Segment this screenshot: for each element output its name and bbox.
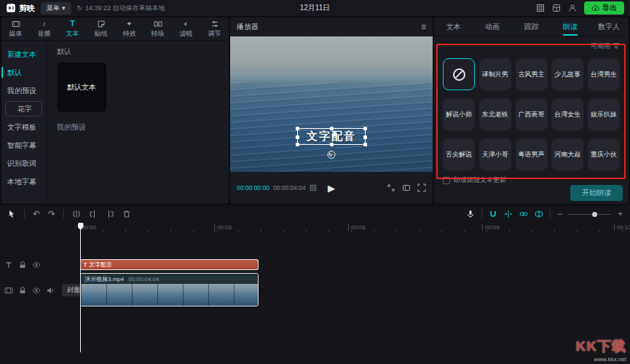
ruler-label: 00:06: [348, 224, 366, 231]
tab-text[interactable]: T文本: [58, 17, 87, 40]
trim-right-icon[interactable]: [106, 210, 114, 218]
voice-tile-none[interactable]: [443, 58, 475, 90]
slider-knob[interactable]: [592, 212, 597, 217]
sidebar-item-smart-captions[interactable]: 智能字幕: [1, 136, 46, 154]
selection-handle[interactable]: [296, 135, 299, 139]
sidebar-item-new-text[interactable]: 新建文本: [1, 45, 46, 63]
tab-filter[interactable]: ◐滤镜: [172, 17, 200, 40]
rotate-handle-icon[interactable]: ↻: [328, 151, 336, 159]
eye-icon[interactable]: [32, 261, 41, 269]
fit-icon[interactable]: [387, 183, 395, 192]
delete-icon[interactable]: [122, 210, 131, 218]
user-icon[interactable]: [568, 4, 577, 12]
player-menu-icon[interactable]: ≡: [421, 22, 426, 32]
tab-digital-human[interactable]: 数字人: [590, 17, 629, 36]
tab-tracking[interactable]: 跟踪: [512, 17, 551, 36]
tab-effects[interactable]: ✦特效: [115, 17, 143, 40]
menu-button[interactable]: 菜单 ▾: [41, 2, 71, 15]
fullscreen-icon[interactable]: [417, 183, 426, 192]
zoom-out-icon[interactable]: −: [557, 210, 562, 218]
video-clip-label: 演示视频3.mp4 00:00:04:04: [81, 274, 258, 284]
voice-tile[interactable]: 古风男主: [516, 58, 548, 90]
tab-adjust[interactable]: 调节: [200, 17, 229, 40]
export-button[interactable]: 导出: [584, 1, 624, 15]
voice-tile[interactable]: 天津小哥: [479, 138, 511, 170]
sidebar-item-text-templates[interactable]: 文字模板: [1, 118, 46, 136]
autosave-icon: ↻: [77, 4, 83, 12]
follow-text-row: 朗读跟随文本更新: [443, 175, 506, 185]
tab-audio[interactable]: ♪音频: [30, 17, 58, 40]
voice-tile[interactable]: 解说小帅: [443, 98, 475, 130]
video-clip[interactable]: 演示视频3.mp4 00:00:04:04: [80, 273, 259, 306]
voice-tile[interactable]: 东北老铁: [479, 98, 511, 130]
voice-tile[interactable]: 舌尖解说: [443, 138, 475, 170]
timeline-toolbar-right: − +: [466, 210, 623, 218]
zoom-in-icon[interactable]: +: [618, 210, 623, 218]
sidebar-item-default[interactable]: 默认: [1, 63, 46, 82]
start-reading-button[interactable]: 开始朗读: [570, 185, 623, 201]
ruler-label: 00:00: [82, 224, 96, 231]
sidebar-item-local-subtitles[interactable]: 本地字幕: [1, 173, 46, 191]
playhead[interactable]: [80, 223, 81, 352]
voice-tile[interactable]: 译制片男: [479, 58, 511, 90]
linkage-icon[interactable]: [519, 210, 528, 218]
time-ruler[interactable]: 00:00 00:03 00:06 00:09 00:12: [0, 223, 630, 234]
text-track-header: [4, 261, 41, 269]
split-icon[interactable]: [72, 210, 81, 218]
voice-name: 古风男主: [519, 70, 545, 79]
capcut-logo-icon: [6, 3, 16, 13]
tab-media[interactable]: 媒体: [1, 17, 30, 40]
video-preview[interactable]: 文字配音 ↻: [230, 36, 433, 172]
timeline-zoom-slider[interactable]: [569, 210, 611, 218]
voice-tile[interactable]: 广西表哥: [516, 98, 548, 130]
grid-layout-icon[interactable]: [536, 4, 545, 12]
play-button[interactable]: ▶: [328, 183, 335, 194]
text-overlay-selection[interactable]: 文字配音 ↻: [297, 128, 366, 145]
selection-handle[interactable]: [363, 127, 367, 130]
voice-tile[interactable]: 河南大叔: [551, 138, 583, 170]
sidebar-item-my-presets[interactable]: 我的预设: [1, 82, 46, 100]
tab-read-aloud[interactable]: 朗读: [551, 17, 589, 36]
auto-snap-icon[interactable]: [504, 210, 513, 218]
redo-icon[interactable]: ↷: [48, 210, 55, 218]
selection-handle[interactable]: [330, 143, 334, 146]
voice-tile[interactable]: 少儿故事: [551, 58, 583, 90]
text-clip[interactable]: T 文字配音: [80, 259, 259, 270]
voice-tile[interactable]: 重庆小伙: [588, 138, 620, 170]
lock-icon[interactable]: [18, 286, 27, 295]
eye-icon[interactable]: [32, 286, 41, 295]
app-logo: 剪映: [6, 3, 35, 14]
record-voiceover-icon[interactable]: [466, 210, 475, 218]
selection-handle[interactable]: [330, 127, 334, 130]
undo-icon[interactable]: ↶: [33, 210, 40, 218]
selection-handle[interactable]: [363, 135, 367, 139]
selection-handle[interactable]: [296, 127, 299, 130]
select-cursor-icon[interactable]: [7, 210, 16, 218]
divider: [481, 210, 482, 218]
voice-tile[interactable]: 台湾男生: [588, 58, 620, 90]
sidebar-item-fancy-text[interactable]: 花字: [5, 101, 42, 116]
voice-name: 台湾女生: [554, 110, 580, 119]
tab-transition[interactable]: 转场: [143, 17, 172, 40]
default-text-tile[interactable]: 默认文本: [57, 63, 106, 112]
tab-animation[interactable]: 动画: [473, 17, 511, 36]
lock-icon[interactable]: [18, 261, 27, 269]
preview-axis-icon[interactable]: [535, 210, 543, 218]
ratio-icon[interactable]: [402, 183, 411, 192]
commercial-filter[interactable]: 可商用: [434, 39, 629, 52]
trim-left-icon[interactable]: [89, 210, 98, 218]
selection-handle[interactable]: [363, 143, 367, 146]
selection-handle[interactable]: [296, 143, 299, 146]
main-track-magnet-icon[interactable]: [489, 210, 497, 218]
tab-sticker[interactable]: 贴纸: [87, 17, 115, 40]
follow-text-checkbox[interactable]: [443, 177, 450, 184]
commercial-filter-label: 可商用: [591, 41, 610, 51]
voice-tile[interactable]: 台湾女生: [551, 98, 583, 130]
mute-icon[interactable]: [46, 286, 55, 295]
panels-layout-icon[interactable]: [552, 4, 561, 12]
sidebar-item-lyrics-recognition[interactable]: 识别歌词: [1, 154, 46, 173]
voice-tile[interactable]: 粤语男声: [516, 138, 548, 170]
frame-grid-icon[interactable]: [310, 184, 317, 191]
tab-text-props[interactable]: 文本: [434, 17, 473, 36]
voice-tile[interactable]: 娱乐扒妹: [588, 98, 620, 130]
